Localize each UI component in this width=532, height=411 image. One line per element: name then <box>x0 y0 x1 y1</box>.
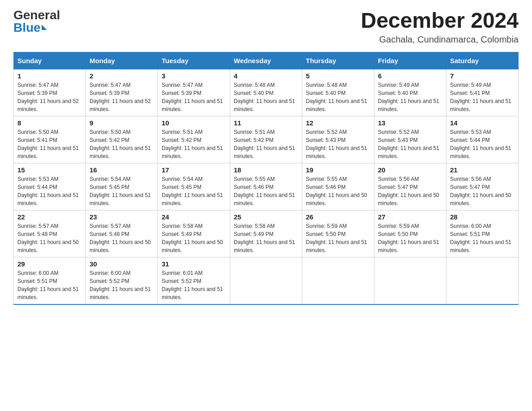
day-number: 16 <box>90 166 154 174</box>
calendar-cell: 19 Sunrise: 5:55 AM Sunset: 5:46 PM Dayl… <box>302 163 374 210</box>
day-number: 11 <box>234 119 298 127</box>
day-number: 27 <box>378 213 442 221</box>
day-info: Sunrise: 5:49 AM Sunset: 5:40 PM Dayligh… <box>378 81 442 113</box>
calendar-cell: 23 Sunrise: 5:57 AM Sunset: 5:48 PM Dayl… <box>86 210 158 257</box>
logo-general-text: General <box>13 9 60 21</box>
day-number: 3 <box>162 72 226 80</box>
calendar-week-5: 29 Sunrise: 6:00 AM Sunset: 5:51 PM Dayl… <box>14 257 519 304</box>
calendar-cell: 27 Sunrise: 5:59 AM Sunset: 5:50 PM Dayl… <box>374 210 446 257</box>
day-number: 21 <box>450 166 515 174</box>
calendar-cell: 7 Sunrise: 5:49 AM Sunset: 5:41 PM Dayli… <box>446 69 519 116</box>
day-info: Sunrise: 5:55 AM Sunset: 5:46 PM Dayligh… <box>234 175 298 207</box>
calendar-cell: 15 Sunrise: 5:53 AM Sunset: 5:44 PM Dayl… <box>14 163 86 210</box>
calendar-cell: 10 Sunrise: 5:51 AM Sunset: 5:42 PM Dayl… <box>158 116 230 163</box>
day-number: 2 <box>90 72 154 80</box>
calendar-cell: 18 Sunrise: 5:55 AM Sunset: 5:46 PM Dayl… <box>230 163 302 210</box>
location-subtitle: Gachala, Cundinamarca, Colombia <box>361 34 519 45</box>
calendar-cell: 17 Sunrise: 5:54 AM Sunset: 5:45 PM Dayl… <box>158 163 230 210</box>
day-info: Sunrise: 5:57 AM Sunset: 5:48 PM Dayligh… <box>90 222 154 254</box>
day-number: 29 <box>17 260 82 268</box>
day-info: Sunrise: 5:49 AM Sunset: 5:41 PM Dayligh… <box>450 81 515 113</box>
calendar-cell: 25 Sunrise: 5:58 AM Sunset: 5:49 PM Dayl… <box>230 210 302 257</box>
day-number: 22 <box>17 213 82 221</box>
calendar-week-2: 8 Sunrise: 5:50 AM Sunset: 5:41 PM Dayli… <box>14 116 519 163</box>
calendar-cell: 26 Sunrise: 5:59 AM Sunset: 5:50 PM Dayl… <box>302 210 374 257</box>
day-number: 19 <box>306 166 370 174</box>
day-number: 25 <box>234 213 298 221</box>
header-thursday: Thursday <box>302 52 374 69</box>
day-info: Sunrise: 5:50 AM Sunset: 5:42 PM Dayligh… <box>90 128 154 160</box>
logo: General Blue <box>13 9 60 34</box>
day-info: Sunrise: 6:00 AM Sunset: 5:52 PM Dayligh… <box>90 269 154 301</box>
day-info: Sunrise: 5:47 AM Sunset: 5:39 PM Dayligh… <box>17 81 82 113</box>
title-block: December 2024 Gachala, Cundinamarca, Col… <box>361 9 519 45</box>
day-info: Sunrise: 5:57 AM Sunset: 5:48 PM Dayligh… <box>17 222 82 254</box>
day-number: 18 <box>234 166 298 174</box>
header-tuesday: Tuesday <box>158 52 230 69</box>
day-info: Sunrise: 5:47 AM Sunset: 5:39 PM Dayligh… <box>90 81 154 113</box>
day-number: 20 <box>378 166 442 174</box>
calendar-cell: 8 Sunrise: 5:50 AM Sunset: 5:41 PM Dayli… <box>14 116 86 163</box>
day-info: Sunrise: 5:50 AM Sunset: 5:41 PM Dayligh… <box>17 128 82 160</box>
calendar-cell: 20 Sunrise: 5:56 AM Sunset: 5:47 PM Dayl… <box>374 163 446 210</box>
calendar-cell: 12 Sunrise: 5:52 AM Sunset: 5:43 PM Dayl… <box>302 116 374 163</box>
day-info: Sunrise: 5:56 AM Sunset: 5:47 PM Dayligh… <box>378 175 442 207</box>
calendar-cell: 24 Sunrise: 5:58 AM Sunset: 5:49 PM Dayl… <box>158 210 230 257</box>
day-number: 13 <box>378 119 442 127</box>
day-number: 7 <box>450 72 515 80</box>
calendar-cell: 11 Sunrise: 5:51 AM Sunset: 5:42 PM Dayl… <box>230 116 302 163</box>
day-info: Sunrise: 5:51 AM Sunset: 5:42 PM Dayligh… <box>162 128 226 160</box>
calendar-week-4: 22 Sunrise: 5:57 AM Sunset: 5:48 PM Dayl… <box>14 210 519 257</box>
calendar-cell <box>230 257 302 304</box>
day-number: 23 <box>90 213 154 221</box>
day-number: 5 <box>306 72 370 80</box>
calendar-header-row: SundayMondayTuesdayWednesdayThursdayFrid… <box>14 52 519 69</box>
month-year-title: December 2024 <box>361 9 519 33</box>
calendar-cell: 1 Sunrise: 5:47 AM Sunset: 5:39 PM Dayli… <box>14 69 86 116</box>
day-info: Sunrise: 6:00 AM Sunset: 5:51 PM Dayligh… <box>17 269 82 301</box>
header-monday: Monday <box>86 52 158 69</box>
day-number: 17 <box>162 166 226 174</box>
day-info: Sunrise: 5:55 AM Sunset: 5:46 PM Dayligh… <box>306 175 370 207</box>
day-number: 14 <box>450 119 515 127</box>
day-number: 6 <box>378 72 442 80</box>
day-number: 9 <box>90 119 154 127</box>
day-number: 15 <box>17 166 82 174</box>
day-info: Sunrise: 5:59 AM Sunset: 5:50 PM Dayligh… <box>306 222 370 254</box>
day-info: Sunrise: 5:53 AM Sunset: 5:44 PM Dayligh… <box>17 175 82 207</box>
calendar-week-3: 15 Sunrise: 5:53 AM Sunset: 5:44 PM Dayl… <box>14 163 519 210</box>
day-info: Sunrise: 5:53 AM Sunset: 5:44 PM Dayligh… <box>450 128 515 160</box>
day-info: Sunrise: 5:56 AM Sunset: 5:47 PM Dayligh… <box>450 175 515 207</box>
day-number: 31 <box>162 260 226 268</box>
calendar-cell: 16 Sunrise: 5:54 AM Sunset: 5:45 PM Dayl… <box>86 163 158 210</box>
calendar-table: SundayMondayTuesdayWednesdayThursdayFrid… <box>13 52 519 305</box>
day-info: Sunrise: 5:51 AM Sunset: 5:42 PM Dayligh… <box>234 128 298 160</box>
day-number: 24 <box>162 213 226 221</box>
calendar-cell: 3 Sunrise: 5:47 AM Sunset: 5:39 PM Dayli… <box>158 69 230 116</box>
calendar-cell: 2 Sunrise: 5:47 AM Sunset: 5:39 PM Dayli… <box>86 69 158 116</box>
calendar-cell: 31 Sunrise: 6:01 AM Sunset: 5:52 PM Dayl… <box>158 257 230 304</box>
day-info: Sunrise: 5:54 AM Sunset: 5:45 PM Dayligh… <box>162 175 226 207</box>
day-number: 28 <box>450 213 515 221</box>
calendar-cell <box>446 257 519 304</box>
day-number: 26 <box>306 213 370 221</box>
calendar-cell: 22 Sunrise: 5:57 AM Sunset: 5:48 PM Dayl… <box>14 210 86 257</box>
logo-triangle-icon <box>42 25 47 30</box>
page-header: General Blue December 2024 Gachala, Cund… <box>13 9 519 45</box>
calendar-cell: 28 Sunrise: 6:00 AM Sunset: 5:51 PM Dayl… <box>446 210 519 257</box>
day-info: Sunrise: 5:52 AM Sunset: 5:43 PM Dayligh… <box>378 128 442 160</box>
calendar-cell: 4 Sunrise: 5:48 AM Sunset: 5:40 PM Dayli… <box>230 69 302 116</box>
calendar-cell <box>302 257 374 304</box>
calendar-cell: 29 Sunrise: 6:00 AM Sunset: 5:51 PM Dayl… <box>14 257 86 304</box>
header-saturday: Saturday <box>446 52 519 69</box>
calendar-cell: 9 Sunrise: 5:50 AM Sunset: 5:42 PM Dayli… <box>86 116 158 163</box>
calendar-cell: 21 Sunrise: 5:56 AM Sunset: 5:47 PM Dayl… <box>446 163 519 210</box>
day-number: 1 <box>17 72 82 80</box>
day-info: Sunrise: 6:01 AM Sunset: 5:52 PM Dayligh… <box>162 269 226 301</box>
calendar-cell: 5 Sunrise: 5:48 AM Sunset: 5:40 PM Dayli… <box>302 69 374 116</box>
header-wednesday: Wednesday <box>230 52 302 69</box>
calendar-cell: 14 Sunrise: 5:53 AM Sunset: 5:44 PM Dayl… <box>446 116 519 163</box>
day-number: 4 <box>234 72 298 80</box>
header-sunday: Sunday <box>14 52 86 69</box>
day-number: 8 <box>17 119 82 127</box>
